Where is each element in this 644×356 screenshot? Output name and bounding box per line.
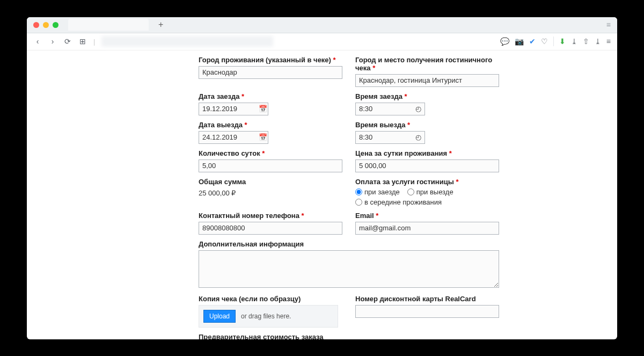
upload-zone[interactable]: Upload or drag files here. xyxy=(199,305,338,328)
city-input[interactable] xyxy=(199,66,342,79)
pay-opt-checkin[interactable]: при заезде xyxy=(355,188,400,196)
card-label: Номер дисконтной карты RealCard xyxy=(355,295,499,303)
total-value: 25 000,00 ₽ xyxy=(199,188,342,197)
address-bar[interactable] xyxy=(101,36,273,47)
clock-icon[interactable]: ◴ xyxy=(415,105,421,113)
upload-button[interactable]: Upload xyxy=(203,310,236,323)
place-input[interactable] xyxy=(355,74,499,87)
checkin-date-input[interactable] xyxy=(199,103,268,115)
copy-label: Копия чека (если по образцу) xyxy=(199,295,342,303)
check-icon[interactable]: ✔ xyxy=(529,37,536,46)
browser-tab[interactable] xyxy=(68,19,149,31)
window-controls xyxy=(33,22,58,28)
calendar-icon[interactable]: 📅 xyxy=(259,133,267,141)
email-input[interactable] xyxy=(355,222,499,235)
nights-input[interactable] xyxy=(199,159,342,172)
download-box-icon[interactable]: ⤓ xyxy=(571,37,577,46)
reload-icon[interactable]: ⟳ xyxy=(63,37,72,46)
checkout-date-label: Дата выезда * xyxy=(199,121,342,129)
pay-opt-checkout[interactable]: при выезде xyxy=(407,188,453,196)
browser-window: + ≡ ‹ › ⟳ ⊞ | 💬 📷 ✔ ♡ ⬇ ⤓ ⇧ ⤓ ≡ xyxy=(27,17,617,339)
forward-icon[interactable]: › xyxy=(48,37,57,46)
back-icon[interactable]: ‹ xyxy=(33,37,42,46)
toolbar-right: 💬 📷 ✔ ♡ ⬇ ⤓ ⇧ ⤓ ≡ xyxy=(500,37,611,46)
page-content: Город проживания (указанный в чеке) * Го… xyxy=(27,50,617,339)
list-icon[interactable]: ≡ xyxy=(606,37,611,46)
titlebar: + ≡ xyxy=(27,17,617,33)
card-input[interactable] xyxy=(355,305,499,318)
camera-icon[interactable]: 📷 xyxy=(515,37,524,46)
menu-icon[interactable]: ≡ xyxy=(606,20,611,29)
maximize-icon[interactable] xyxy=(53,22,58,28)
clock-icon[interactable]: ◴ xyxy=(415,133,421,141)
price-label: Цена за сутки проживания * xyxy=(355,149,499,157)
minimize-icon[interactable] xyxy=(43,22,49,28)
toolbar: ‹ › ⟳ ⊞ | 💬 📷 ✔ ♡ ⬇ ⤓ ⇧ ⤓ ≡ xyxy=(27,33,617,50)
chat-icon[interactable]: 💬 xyxy=(500,37,509,46)
price-input[interactable] xyxy=(355,159,499,172)
download2-icon[interactable]: ⤓ xyxy=(595,37,601,46)
new-tab-button[interactable]: + xyxy=(153,20,169,30)
payment-label: Оплата за услуги гостиницы * xyxy=(355,178,499,186)
checkout-date-input[interactable] xyxy=(199,131,268,144)
pay-opt-middle[interactable]: в середине проживания xyxy=(355,198,499,206)
checkout-time-label: Время выезда * xyxy=(355,121,499,129)
phone-input[interactable] xyxy=(199,222,342,235)
checkin-time-input[interactable] xyxy=(355,103,425,115)
email-label: Email * xyxy=(355,212,499,220)
checkout-time-input[interactable] xyxy=(355,131,425,144)
checkin-date-label: Дата заезда * xyxy=(199,92,342,100)
city-label: Город проживания (указанный в чеке) * xyxy=(199,56,342,64)
calendar-icon[interactable]: 📅 xyxy=(259,105,267,113)
order-form: Город проживания (указанный в чеке) * Го… xyxy=(199,56,499,339)
close-icon[interactable] xyxy=(33,22,39,28)
extra-textarea[interactable] xyxy=(199,250,499,288)
drag-text: or drag files here. xyxy=(241,313,291,320)
extra-label: Дополнительная информация xyxy=(199,240,499,248)
checkin-time-label: Время заезда * xyxy=(355,92,499,100)
heart-icon[interactable]: ♡ xyxy=(541,37,548,46)
precost-label: Предварительная стоимость заказа xyxy=(199,333,499,339)
total-label: Общая сумма xyxy=(199,178,342,186)
apps-icon[interactable]: ⊞ xyxy=(78,37,87,46)
share-icon[interactable]: ⇧ xyxy=(583,37,589,46)
nights-label: Количество суток * xyxy=(199,149,342,157)
payment-options: при заезде при выезде в середине прожива… xyxy=(355,188,499,206)
place-label: Город и место получения гостиничного чек… xyxy=(355,56,499,72)
phone-label: Контактный номер телефона * xyxy=(199,212,342,220)
download-icon[interactable]: ⬇ xyxy=(559,37,566,46)
